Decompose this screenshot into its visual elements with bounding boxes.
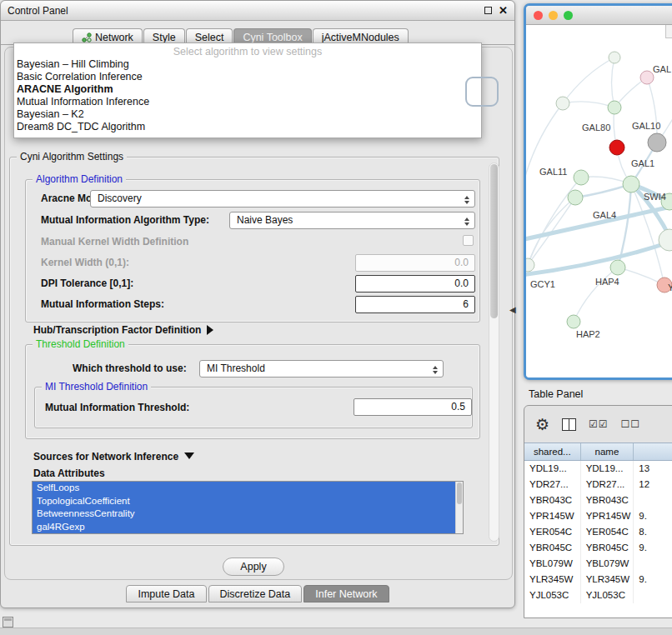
zoom-traffic-light-icon[interactable] xyxy=(564,11,573,20)
graph-node[interactable] xyxy=(556,97,569,110)
bottom-tabstrip: Impute DataDiscretize DataInfer Network xyxy=(1,585,516,602)
graph-node[interactable] xyxy=(568,190,583,205)
algorithm-dropdown-popup: Select algorithm to view settings Bayesi… xyxy=(13,42,482,138)
mi-threshold-group-title: MI Threshold Definition xyxy=(42,381,151,392)
aracne-mode-value: Discovery xyxy=(98,192,142,204)
graph-node-label: GAL4 xyxy=(593,210,616,220)
graph-node[interactable] xyxy=(648,133,666,152)
graph-node[interactable] xyxy=(623,176,639,192)
manual-kernel-width-checkbox[interactable] xyxy=(463,235,474,246)
table-row[interactable]: YJL053CYJL053C xyxy=(524,588,672,603)
algorithm-option[interactable]: Bayesian – Hill Climbing xyxy=(14,58,481,71)
tab-label: Style xyxy=(153,32,176,43)
network-scrollbar-stub[interactable] xyxy=(665,25,672,38)
graph-edge xyxy=(526,103,563,192)
graph-node[interactable] xyxy=(608,101,621,114)
mi-algorithm-type-select[interactable]: Naive Bayes xyxy=(229,212,475,229)
table-cell: YLR345W xyxy=(581,572,634,588)
graph-node[interactable] xyxy=(609,140,624,155)
column-selector-icon[interactable] xyxy=(562,418,576,431)
graph-node-label: GCY1 xyxy=(530,279,555,289)
apply-button[interactable]: Apply xyxy=(223,558,284,576)
deselect-all-checks-icon[interactable]: ☐☐ xyxy=(621,418,641,430)
hub-definition-section[interactable]: Hub/Transcription Factor Definition xyxy=(33,324,213,336)
graph-node-label: GAL xyxy=(653,64,671,74)
graph-node[interactable] xyxy=(567,315,580,328)
sources-section-header[interactable]: Sources for Network Inference xyxy=(33,451,194,462)
table-body: YDL19...YDL19...13YDR27...YDR27...12YBR0… xyxy=(524,461,672,618)
network-window-focus-ring: GALGAL80GAL10GAL11GAL1SWI4GAL4GCY1HAP4YH… xyxy=(524,3,672,380)
graph-node-label: Y xyxy=(668,282,672,292)
network-graph[interactable]: GALGAL80GAL10GAL11GAL1SWI4GAL4GCY1HAP4YH… xyxy=(526,25,672,378)
network-window: GALGAL80GAL10GAL11GAL1SWI4GAL4GCY1HAP4YH… xyxy=(526,6,672,378)
docked-panel-icon[interactable] xyxy=(3,617,13,628)
settings-scrollbar[interactable] xyxy=(489,162,499,542)
column-header[interactable]: name xyxy=(581,443,634,460)
attribute-item[interactable]: SelfLoops xyxy=(33,482,463,495)
which-threshold-select[interactable]: MI Threshold xyxy=(199,360,444,378)
table-row[interactable]: YBR045CYBR045C9. xyxy=(524,540,672,556)
close-icon[interactable]: ✕ xyxy=(499,5,508,16)
graph-edge xyxy=(526,242,671,275)
table-row[interactable]: YDL19...YDL19...13 xyxy=(524,461,672,477)
table-row[interactable]: YER054CYER054C8. xyxy=(524,524,672,540)
dpi-tolerance-field[interactable]: 0.0 xyxy=(355,275,475,292)
attribute-list-scrollbar[interactable] xyxy=(455,482,463,533)
bottom-tab-infer-network[interactable]: Infer Network xyxy=(303,585,389,602)
which-threshold-label: Which threshold to use: xyxy=(73,362,187,374)
graph-node-label: SWI4 xyxy=(644,192,666,202)
aracne-mode-select[interactable]: Discovery xyxy=(90,190,475,208)
graph-node[interactable] xyxy=(609,52,620,63)
column-header[interactable]: shared... xyxy=(524,443,581,460)
panel-collapse-arrow-icon[interactable]: ◀ xyxy=(509,305,516,314)
bottom-tab-impute-data[interactable]: Impute Data xyxy=(126,585,206,602)
algorithm-option[interactable]: Mutual Information Inference xyxy=(14,96,481,108)
attribute-item[interactable]: TopologicalCoefficient xyxy=(33,495,463,508)
mi-threshold-field[interactable]: 0.5 xyxy=(354,398,472,416)
table-row[interactable]: YPR145WYPR145W9. xyxy=(524,508,672,524)
minimize-traffic-light-icon[interactable] xyxy=(549,11,558,20)
algorithm-option[interactable]: Dream8 DC_TDC Algorithm xyxy=(14,121,481,133)
table-cell xyxy=(634,588,672,603)
algorithm-option[interactable]: Bayesian – K2 xyxy=(14,108,481,121)
table-cell: YER054C xyxy=(524,524,581,540)
attribute-list: SelfLoopsTopologicalCoefficientBetweenne… xyxy=(32,481,464,534)
table-row[interactable]: YLR345WYLR345W9. xyxy=(524,572,672,588)
table-cell: YDL19... xyxy=(581,461,634,477)
graph-node[interactable] xyxy=(574,170,589,185)
graph-node[interactable] xyxy=(640,71,654,84)
graph-node[interactable] xyxy=(659,229,672,251)
control-panel-titlebar[interactable]: Control Panel ✕ xyxy=(1,1,514,21)
table-cell: YPR145W xyxy=(581,508,634,524)
attribute-item[interactable]: BetweennessCentrality xyxy=(33,508,463,521)
bottom-tab-discretize-data[interactable]: Discretize Data xyxy=(208,585,303,602)
select-all-checks-icon[interactable]: ☑☑ xyxy=(589,418,609,430)
network-window-titlebar[interactable] xyxy=(526,6,672,25)
table-cell: YDR27... xyxy=(524,477,581,492)
table-cell: YBL079W xyxy=(524,556,581,572)
algorithm-option[interactable]: Basic Correlation Inference xyxy=(14,71,481,83)
table-cell: YLR345W xyxy=(524,572,581,588)
graph-node[interactable] xyxy=(526,258,534,272)
kernel-width-field[interactable]: 0.0 xyxy=(355,254,475,272)
close-traffic-light-icon[interactable] xyxy=(534,11,543,20)
table-row[interactable]: YBL079WYBL079W xyxy=(524,556,672,572)
float-window-icon[interactable] xyxy=(484,7,492,14)
combo-stepper-icon xyxy=(429,363,440,376)
attribute-item[interactable]: gal4RGexp xyxy=(33,521,463,534)
graph-node[interactable] xyxy=(610,260,625,275)
algorithm-dropdown-placeholder: Select algorithm to view settings xyxy=(14,46,481,58)
gear-icon[interactable]: ⚙ xyxy=(535,417,549,432)
table-row[interactable]: YBR043CYBR043C xyxy=(524,492,672,508)
dpi-tolerance-label: DPI Tolerance [0,1]: xyxy=(41,278,133,289)
column-header[interactable] xyxy=(634,443,672,460)
mi-threshold-group: MI Threshold Definition Mutual Informati… xyxy=(34,387,473,428)
mi-steps-field[interactable]: 6 xyxy=(355,296,475,313)
network-canvas[interactable]: GALGAL80GAL10GAL11GAL1SWI4GAL4GCY1HAP4YH… xyxy=(526,25,672,378)
mi-steps-label: Mutual Information Steps: xyxy=(41,298,164,310)
kernel-width-label: Kernel Width (0,1): xyxy=(41,257,129,268)
sources-label: Sources for Network Inference xyxy=(33,451,178,462)
cyni-algorithm-settings-group: Cyni Algorithm Settings Algorithm Defini… xyxy=(9,157,499,546)
table-row[interactable]: YDR27...YDR27...12 xyxy=(524,477,672,492)
algorithm-option[interactable]: ARACNE Algorithm xyxy=(14,83,481,96)
